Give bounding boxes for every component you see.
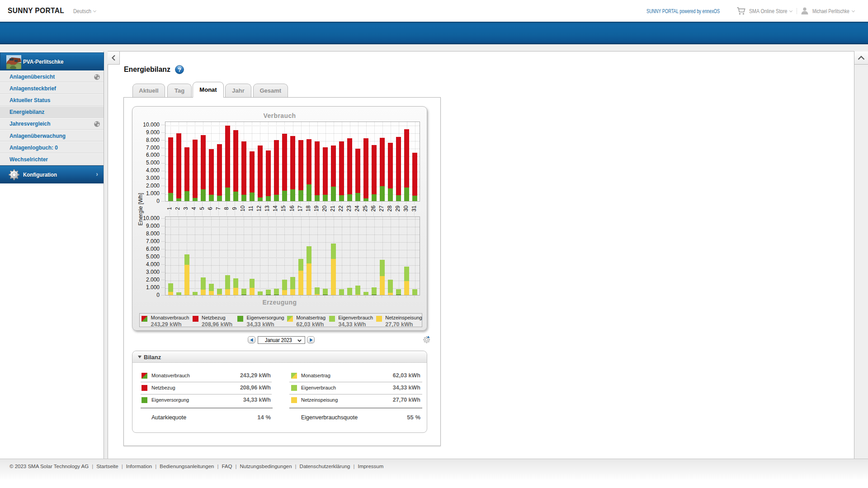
svg-text:?: ? [178, 66, 181, 73]
